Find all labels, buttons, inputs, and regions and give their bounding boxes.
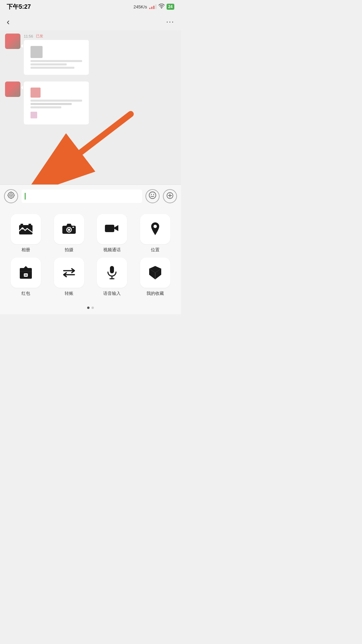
- input-area: [0, 184, 181, 207]
- avatar-2: [5, 82, 20, 97]
- bubble-area-1: 11:56 已发: [24, 34, 89, 75]
- page-dot-2: [92, 307, 94, 309]
- favorites-label: 我的收藏: [146, 290, 164, 297]
- voice-input-label: 语音输入: [103, 290, 121, 297]
- media-item-transfer[interactable]: 转账: [50, 258, 88, 297]
- bubble-area-2: [24, 82, 89, 124]
- voice-input-icon-box: [97, 258, 127, 288]
- nav-bar: ‹ ···: [0, 13, 181, 30]
- status-bar: 下午5:27 245K/s 24: [0, 0, 181, 13]
- media-item-video-call[interactable]: 视频通话: [93, 214, 131, 253]
- chat-area: 11:56 已发: [0, 30, 181, 184]
- voice-icon: [7, 192, 15, 201]
- media-item-location[interactable]: 位置: [136, 214, 175, 253]
- chat-message-2: [5, 82, 176, 124]
- blurred-lines-1: [31, 60, 82, 69]
- signal-icon: [149, 4, 157, 9]
- blurred-lines-2: [31, 100, 82, 108]
- back-button[interactable]: ‹: [7, 17, 10, 27]
- camera-icon-box: [54, 214, 84, 244]
- svg-point-10: [151, 194, 152, 195]
- red-packet-icon-box: [11, 258, 41, 288]
- blurred-image-1: [31, 46, 43, 58]
- svg-point-25: [154, 225, 157, 228]
- status-time: 下午5:27: [7, 3, 31, 11]
- media-item-camera[interactable]: 拍摄: [50, 214, 88, 253]
- avatar-1: [5, 34, 20, 49]
- voice-button[interactable]: [4, 189, 18, 203]
- page-dot-1: [87, 307, 89, 309]
- status-right: 245K/s 24: [133, 4, 174, 10]
- svg-point-17: [21, 227, 23, 229]
- page-dots: [7, 303, 174, 314]
- bubble-1: [24, 40, 89, 75]
- transfer-icon-box: [54, 258, 84, 288]
- chat-card-2: [28, 85, 85, 121]
- media-item-red-packet[interactable]: 红包: [7, 258, 45, 297]
- svg-rect-28: [24, 275, 27, 275]
- message-input[interactable]: [21, 190, 142, 203]
- media-panel: 相册 拍摄 视频通话: [0, 207, 181, 314]
- svg-rect-29: [110, 266, 114, 273]
- svg-point-4: [10, 195, 12, 196]
- msg-status-1: 已发: [36, 34, 43, 39]
- location-label: 位置: [151, 247, 160, 253]
- plus-icon: [166, 192, 174, 201]
- svg-point-9: [149, 192, 156, 199]
- bubble-2: [24, 82, 89, 124]
- album-icon-box: [11, 214, 41, 244]
- svg-rect-18: [20, 224, 23, 225]
- text-cursor: [25, 193, 25, 200]
- favorites-icon-box: [140, 258, 170, 288]
- media-item-voice-input[interactable]: 语音输入: [93, 258, 131, 297]
- battery-indicator: 24: [167, 4, 174, 10]
- album-label: 相册: [21, 247, 30, 253]
- video-call-label: 视频通话: [103, 247, 121, 253]
- media-grid: 相册 拍摄 视频通话: [7, 214, 174, 297]
- media-item-favorites[interactable]: 我的收藏: [136, 258, 175, 297]
- location-icon-box: [140, 214, 170, 244]
- camera-label: 拍摄: [65, 247, 73, 253]
- bubble-meta-1: 11:56 已发: [24, 34, 89, 39]
- wifi-icon: [159, 4, 165, 10]
- chat-message-1: 11:56 已发: [5, 34, 176, 75]
- svg-point-22: [68, 229, 70, 231]
- media-item-album[interactable]: 相册: [7, 214, 45, 253]
- svg-point-11: [153, 194, 154, 195]
- emoji-button[interactable]: [145, 189, 160, 203]
- emoji-icon: [148, 191, 157, 201]
- plus-button[interactable]: [163, 189, 177, 203]
- red-packet-label: 红包: [21, 290, 30, 297]
- blurred-block-small: [31, 112, 37, 118]
- more-button[interactable]: ···: [166, 17, 174, 26]
- svg-rect-19: [28, 224, 31, 225]
- chat-card-1: [28, 43, 85, 71]
- video-call-icon-box: [97, 214, 127, 244]
- svg-rect-24: [105, 225, 114, 232]
- msg-time-1: 11:56: [24, 34, 33, 38]
- svg-rect-23: [72, 227, 74, 228]
- network-speed: 245K/s: [133, 4, 147, 9]
- transfer-label: 转账: [65, 290, 73, 297]
- blurred-image-2: [31, 88, 41, 98]
